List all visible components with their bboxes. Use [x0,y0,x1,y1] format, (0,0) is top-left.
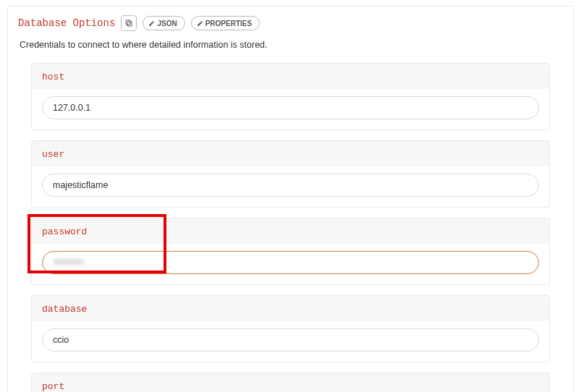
port-label-bar: port [32,373,549,392]
password-input[interactable] [42,251,539,274]
user-field-block: user [31,140,550,208]
card-header: Database Options JSON PROPERTIES [18,15,563,31]
password-label-bar: password [32,218,549,244]
port-field-block: port [31,372,550,392]
json-button-label: JSON [157,20,177,27]
password-label: password [42,226,87,237]
properties-button[interactable]: PROPERTIES [191,16,260,30]
host-label-bar: host [32,64,549,89]
pencil-icon [197,20,203,27]
database-input[interactable] [42,328,539,351]
user-label: user [42,149,64,160]
database-options-card: Database Options JSON PROPERTIES Credent… [7,6,574,392]
copy-icon [124,19,133,27]
svg-rect-0 [127,22,132,26]
database-label: database [42,304,87,315]
host-field-block: host [31,63,550,130]
host-input[interactable] [42,96,539,119]
user-input[interactable] [42,174,539,197]
database-field-block: database [31,295,550,362]
port-label: port [42,381,64,392]
section-description: Credentials to connect to where detailed… [20,40,563,50]
properties-button-label: PROPERTIES [205,20,252,27]
json-button[interactable]: JSON [143,16,185,30]
section-title: Database Options [18,17,115,29]
pencil-icon [148,20,155,27]
user-label-bar: user [32,141,549,166]
copy-button[interactable] [121,15,137,31]
host-label: host [42,72,64,82]
password-field-block: password [31,218,550,285]
database-label-bar: database [32,296,549,321]
svg-rect-1 [126,20,130,25]
